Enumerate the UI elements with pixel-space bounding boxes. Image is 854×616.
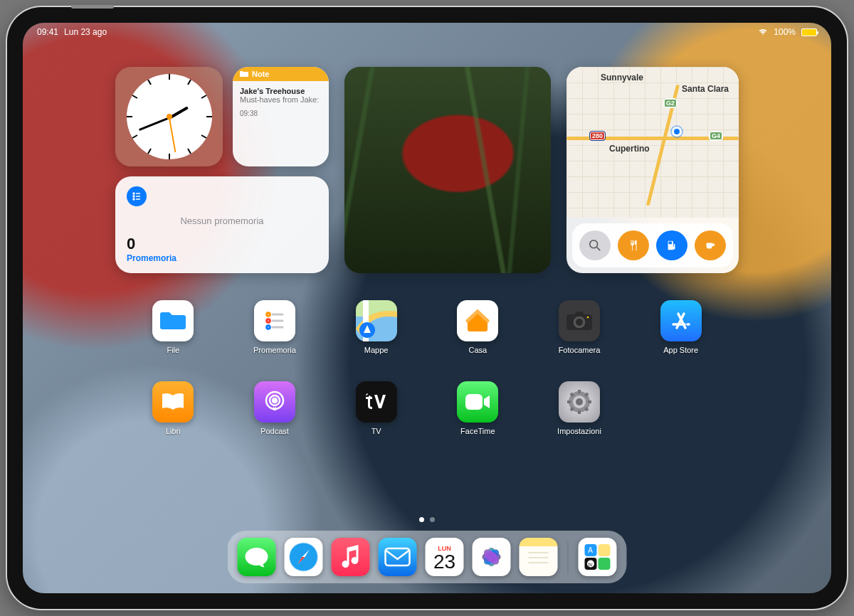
folder-icon [240, 70, 248, 78]
svg-rect-22 [465, 394, 483, 410]
maps-gas-button[interactable] [656, 230, 687, 260]
clock-widget[interactable] [115, 67, 223, 166]
svg-point-18 [587, 317, 589, 319]
app-impostazioni[interactable]: Impostazioni [551, 381, 608, 435]
files-icon [152, 300, 194, 341]
svg-text:tv: tv [589, 562, 593, 567]
notes-widget-header: Note [252, 70, 269, 78]
photos-widget[interactable] [344, 67, 551, 273]
app-appstore[interactable]: App Store [653, 300, 710, 354]
tv-icon [356, 381, 397, 423]
app-fotocamera[interactable]: Fotocamera [551, 300, 608, 354]
reminders-label: Promemoria [127, 253, 317, 263]
svg-point-10 [267, 319, 270, 323]
podcast-icon [254, 381, 295, 423]
status-date: Lun 23 ago [64, 27, 107, 37]
map-label-cupertino: Cupertino [609, 144, 650, 154]
maps-coffee-button[interactable] [695, 230, 726, 260]
reminders-icon [254, 300, 295, 341]
home-screen[interactable]: 09:41 Lun 23 ago 100% [23, 23, 831, 593]
settings-icon [559, 381, 600, 423]
reminders-list-icon [127, 186, 147, 206]
wifi-icon [758, 28, 768, 36]
dock-messages[interactable] [238, 538, 276, 576]
reminders-widget[interactable]: Nessun promemoria 0 Promemoria [115, 176, 329, 273]
status-time: 09:41 [37, 27, 58, 37]
status-bar: 09:41 Lun 23 ago 100% [23, 27, 831, 37]
notes-widget[interactable]: Note Jake's Treehouse Must-haves from Ja… [233, 67, 329, 166]
map-label-sunnyvale: Sunnyvale [601, 73, 643, 83]
dock-calendar[interactable]: LUN 23 [426, 538, 464, 576]
reminders-count: 0 [127, 235, 317, 253]
svg-point-21 [273, 398, 277, 403]
photo-poppy-icon [344, 67, 551, 273]
camera-icon [559, 300, 600, 341]
svg-rect-43 [599, 558, 611, 570]
svg-point-8 [267, 313, 270, 317]
dock-app-library[interactable]: Atv [579, 538, 617, 576]
facetime-icon [457, 381, 498, 423]
app-tv[interactable]: TV [348, 381, 405, 435]
dock-notes[interactable] [520, 538, 558, 576]
dock-safari[interactable] [285, 538, 323, 576]
app-libri[interactable]: Libri [144, 381, 201, 435]
svg-point-6 [590, 240, 598, 248]
map-view[interactable]: Sunnyvale Santa Clara Cupertino 280 G2 G… [566, 67, 739, 218]
clock-face-icon [127, 74, 212, 159]
dock-music[interactable] [332, 538, 370, 576]
home-icon [457, 300, 498, 341]
dock-separator [568, 541, 569, 573]
map-shield-g4: G4 [709, 131, 723, 141]
app-file[interactable]: File [144, 300, 201, 354]
maps-search-button[interactable] [579, 230, 611, 260]
maps-icon [356, 300, 397, 341]
svg-line-7 [597, 248, 601, 251]
maps-restaurants-button[interactable] [618, 230, 649, 260]
svg-point-25 [576, 398, 583, 405]
map-shield-280: 280 [589, 131, 606, 141]
svg-point-0 [133, 193, 135, 194]
appstore-icon [660, 300, 702, 341]
svg-text:A: A [588, 546, 593, 554]
svg-point-12 [267, 326, 270, 329]
dock-mail[interactable] [379, 538, 417, 576]
dock: LUN 23 Atv [228, 531, 627, 583]
reminders-empty-text: Nessun promemoria [127, 206, 317, 235]
page-indicator[interactable] [419, 517, 435, 522]
dock-photos[interactable] [473, 538, 511, 576]
svg-point-17 [576, 319, 583, 326]
app-podcast[interactable]: Podcast [246, 381, 303, 435]
map-shield-g2: G2 [663, 98, 678, 108]
svg-point-2 [133, 196, 135, 197]
svg-rect-41 [599, 544, 611, 556]
map-label-santa-clara: Santa Clara [682, 84, 729, 94]
maps-widget[interactable]: Sunnyvale Santa Clara Cupertino 280 G2 G… [566, 67, 739, 273]
note-timestamp: 09:38 [240, 110, 322, 117]
svg-rect-28 [386, 548, 410, 565]
app-facetime[interactable]: FaceTime [449, 381, 506, 435]
app-mappe[interactable]: Mappe [348, 300, 405, 354]
note-subtitle: Must-haves from Jake: [240, 95, 322, 105]
calendar-day: 23 [433, 552, 455, 572]
books-icon [152, 381, 194, 423]
app-promemoria[interactable]: Promemoria [246, 300, 303, 354]
status-battery-percent: 100% [774, 27, 796, 37]
svg-point-4 [133, 198, 135, 200]
note-title: Jake's Treehouse [240, 87, 322, 95]
map-current-location-icon [672, 127, 682, 137]
app-casa[interactable]: Casa [449, 300, 506, 354]
battery-icon [801, 28, 817, 36]
